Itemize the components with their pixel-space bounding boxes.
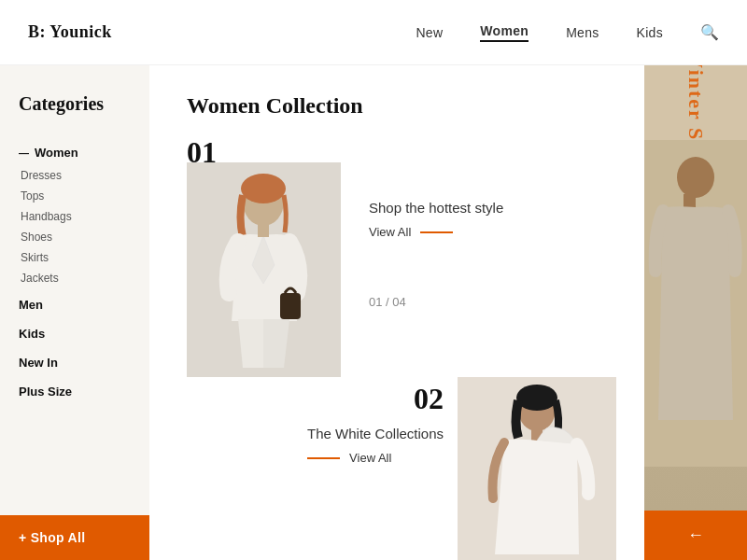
sidebar-item-women[interactable]: Women: [19, 141, 131, 164]
item-01-image: [187, 162, 341, 377]
svg-rect-4: [258, 222, 269, 237]
sidebar-sub-handbags[interactable]: Handbags: [19, 207, 131, 226]
item-01-info: Shop the hottest style View All 01 / 04: [369, 172, 503, 309]
sidebar-sub-dresses[interactable]: Dresses: [19, 166, 131, 185]
item-02-title: The White Collections: [307, 426, 444, 441]
sidebar-sub-shoes[interactable]: Shoes: [19, 228, 131, 246]
sidebar-item-kids[interactable]: Kids: [19, 322, 131, 345]
sidebar: Categories Women Dresses Tops Handbags S…: [0, 65, 149, 560]
pagination: 01 / 04: [369, 295, 503, 309]
collection-item-02: 02 The White Collections View All: [187, 377, 616, 560]
header: B: Younick New Women Mens Kids 🔍: [0, 0, 747, 65]
right-panel-arrow-button[interactable]: ←: [644, 511, 747, 560]
sidebar-item-new-in[interactable]: New In: [19, 351, 131, 374]
collection-title: Women Collection: [187, 93, 616, 119]
item-02-view-all-label: View All: [349, 451, 391, 465]
item-02-view-all[interactable]: View All: [307, 451, 444, 465]
shop-all-button[interactable]: + Shop All: [0, 515, 149, 560]
svg-point-10: [677, 157, 714, 198]
svg-point-2: [241, 174, 286, 203]
item-02-image: [458, 377, 616, 560]
logo: B: Younick: [28, 22, 112, 42]
item-01-view-all-label: View All: [369, 225, 411, 239]
item-02-info: 02 The White Collections View All: [307, 377, 444, 465]
svg-rect-11: [684, 194, 696, 208]
svg-rect-3: [280, 293, 301, 319]
sidebar-sub-tops[interactable]: Tops: [19, 187, 131, 205]
sidebar-sub-skirts[interactable]: Skirts: [19, 248, 131, 267]
main-layout: Categories Women Dresses Tops Handbags S…: [0, 65, 747, 560]
sidebar-sub-jackets[interactable]: Jackets: [19, 269, 131, 287]
item-01-view-all-line: [420, 231, 453, 233]
search-button[interactable]: 🔍: [700, 23, 719, 41]
right-panel-figure: [644, 140, 747, 560]
main-content: Women Collection 01: [149, 65, 644, 560]
svg-point-7: [516, 385, 557, 411]
sidebar-categories: Women Dresses Tops Handbags Shoes Skirts…: [19, 141, 131, 403]
item-02-number: 02: [307, 382, 444, 416]
nav-item-women[interactable]: Women: [480, 23, 529, 42]
item-01-tagline: Shop the hottest style: [369, 200, 503, 216]
sidebar-item-men[interactable]: Men: [19, 293, 131, 316]
item-02-view-all-line: [307, 457, 340, 459]
sidebar-item-plus-size[interactable]: Plus Size: [19, 380, 131, 403]
nav-item-mens[interactable]: Mens: [566, 25, 599, 40]
nav-item-kids[interactable]: Kids: [637, 25, 663, 40]
sidebar-title: Categories: [19, 93, 131, 115]
nav-item-new[interactable]: New: [416, 25, 443, 40]
main-nav: New Women Mens Kids 🔍: [416, 23, 719, 42]
collection-item-01: 01: [187, 137, 616, 377]
right-panel: Winter Shades ←: [644, 65, 747, 560]
item-01-view-all[interactable]: View All: [369, 225, 503, 239]
